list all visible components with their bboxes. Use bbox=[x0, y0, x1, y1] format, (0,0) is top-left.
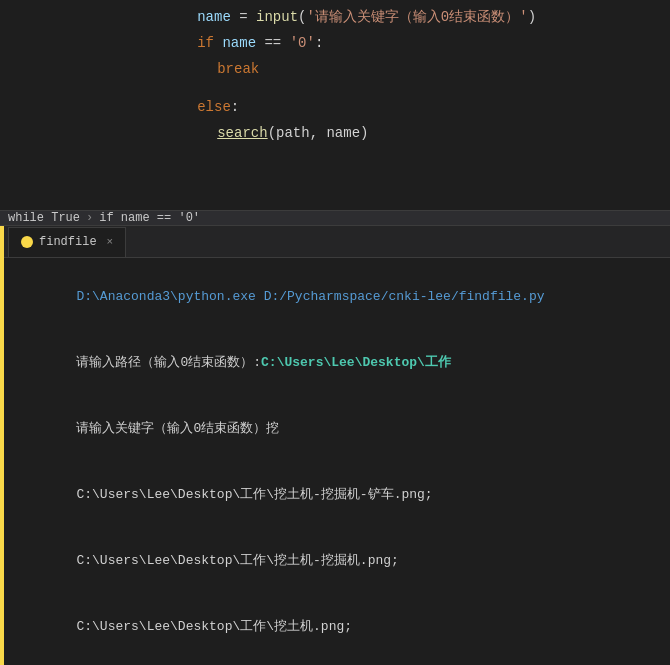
line-content: search(path, name) bbox=[50, 94, 670, 172]
app-container: name = input('请输入关键字（输入0结束函数）') if name … bbox=[0, 0, 670, 665]
terminal-line-kw-prompt1: 请输入关键字（输入0结束函数）挖 bbox=[14, 396, 660, 462]
breadcrumb-separator: › bbox=[86, 211, 93, 225]
code-editor: name = input('请输入关键字（输入0结束函数）') if name … bbox=[0, 0, 670, 210]
breadcrumb-bar: while True › if name == '0' bbox=[0, 210, 670, 226]
code-line: search(path, name) bbox=[0, 120, 670, 146]
terminal-section: findfile × D:\Anaconda3\python.exe D:/Py… bbox=[0, 226, 670, 665]
terminal-result1: C:\Users\Lee\Desktop\工作\挖土机-挖掘机-铲车.png; bbox=[76, 487, 432, 502]
terminal-prompt-kw1: 请输入关键字（输入0结束函数）挖 bbox=[76, 421, 279, 436]
breadcrumb-item-while-true[interactable]: while True bbox=[8, 211, 80, 225]
tab-close-button[interactable]: × bbox=[107, 236, 114, 248]
terminal-path-value1: C:\Users\Lee\Desktop\工作 bbox=[261, 355, 451, 370]
terminal-line-cmd: D:\Anaconda3\python.exe D:/Pycharmspace/… bbox=[14, 264, 660, 330]
terminal-prompt-path1: 请输入路径（输入0结束函数）: bbox=[76, 355, 261, 370]
terminal-indicator bbox=[0, 226, 4, 665]
terminal-output: D:\Anaconda3\python.exe D:/Pycharmspace/… bbox=[0, 258, 670, 665]
terminal-line-result2: C:\Users\Lee\Desktop\工作\挖土机-挖掘机.png; bbox=[14, 528, 660, 594]
terminal-line-path-prompt1: 请输入路径（输入0结束函数）:C:\Users\Lee\Desktop\工作 bbox=[14, 330, 660, 396]
terminal-line-result3: C:\Users\Lee\Desktop\工作\挖土机.png; bbox=[14, 594, 660, 660]
terminal-result2: C:\Users\Lee\Desktop\工作\挖土机-挖掘机.png; bbox=[76, 553, 398, 568]
breadcrumb-item-if-name[interactable]: if name == '0' bbox=[99, 211, 200, 225]
terminal-tab-findfile[interactable]: findfile × bbox=[8, 227, 126, 257]
terminal-line-result1: C:\Users\Lee\Desktop\工作\挖土机-挖掘机-铲车.png; bbox=[14, 462, 660, 528]
tab-icon-dot bbox=[21, 236, 33, 248]
tab-label: findfile bbox=[39, 235, 97, 249]
fn-search: search bbox=[217, 125, 267, 141]
terminal-result3: C:\Users\Lee\Desktop\工作\挖土机.png; bbox=[76, 619, 352, 634]
terminal-tabbar: findfile × bbox=[0, 226, 670, 258]
terminal-line-result4: C:\Users\Lee\Desktop\工作\挖掘机.txt; bbox=[14, 660, 660, 665]
terminal-cmd-text: D:\Anaconda3\python.exe D:/Pycharmspace/… bbox=[76, 289, 544, 304]
